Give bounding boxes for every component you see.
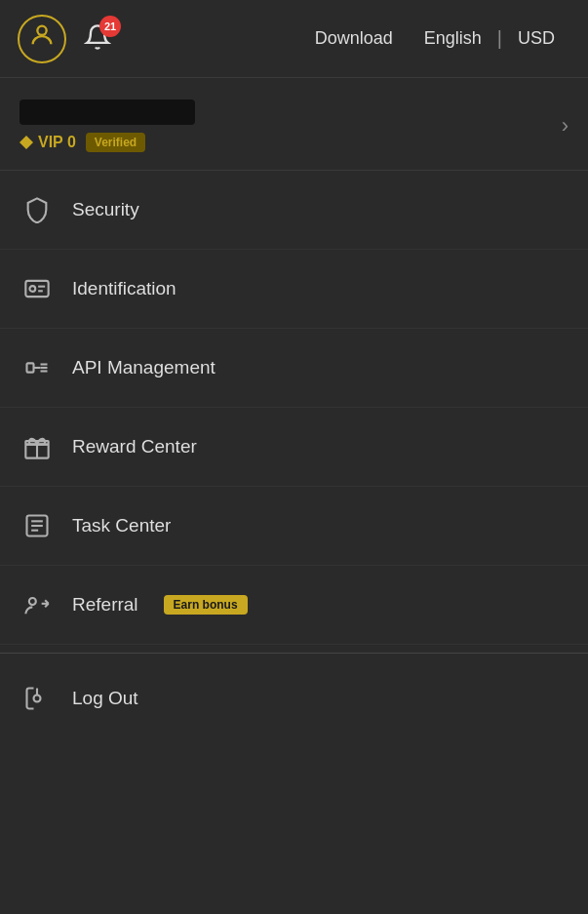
user-profile-chevron[interactable]: › <box>562 113 568 139</box>
identification-label: Identification <box>72 278 176 299</box>
currency-selector[interactable]: USD <box>502 28 570 49</box>
task-center-label: Task Center <box>72 515 171 536</box>
user-info: VIP 0 Verified <box>20 99 195 152</box>
referral-label: Referral <box>72 594 138 616</box>
menu-list: Security Identification API Management <box>0 171 588 645</box>
svg-point-16 <box>29 598 36 605</box>
sidebar-item-referral[interactable]: Referral Earn bonus <box>0 566 588 645</box>
api-icon <box>20 350 55 385</box>
vip-row: VIP 0 Verified <box>20 133 195 152</box>
svg-point-0 <box>37 26 46 35</box>
header: 21 Download English | USD <box>0 0 588 78</box>
sidebar-item-task-center[interactable]: Task Center <box>0 487 588 566</box>
sidebar-item-identification[interactable]: Identification <box>0 250 588 329</box>
reward-icon <box>20 429 55 464</box>
svg-point-2 <box>29 286 35 292</box>
svg-rect-5 <box>27 363 34 372</box>
verified-badge: Verified <box>86 133 145 152</box>
username-masked <box>20 99 195 125</box>
avatar[interactable] <box>18 15 66 63</box>
vip-diamond-icon <box>20 136 33 149</box>
logout-section: Log Out <box>0 653 588 743</box>
logout-label: Log Out <box>72 688 138 709</box>
language-selector[interactable]: English <box>409 28 497 49</box>
logout-icon <box>20 681 55 716</box>
reward-center-label: Reward Center <box>72 436 197 457</box>
sidebar-item-api-management[interactable]: API Management <box>0 329 588 408</box>
download-link[interactable]: Download <box>299 28 409 49</box>
task-icon <box>20 508 55 543</box>
header-nav: Download English | USD <box>299 27 570 50</box>
security-label: Security <box>72 199 139 220</box>
sidebar-item-security[interactable]: Security <box>0 171 588 250</box>
shield-icon <box>20 192 55 227</box>
user-section[interactable]: VIP 0 Verified › <box>0 78 588 171</box>
sidebar-item-reward-center[interactable]: Reward Center <box>0 408 588 487</box>
notification-bell[interactable]: 21 <box>84 23 111 55</box>
vip-label: VIP 0 <box>20 134 76 151</box>
notification-count: 21 <box>99 16 121 37</box>
logout-button[interactable]: Log Out <box>0 654 588 743</box>
svg-point-20 <box>34 695 41 702</box>
earn-bonus-badge: Earn bonus <box>164 595 248 615</box>
user-icon <box>28 21 56 56</box>
id-card-icon <box>20 271 55 306</box>
api-management-label: API Management <box>72 357 216 378</box>
referral-icon <box>20 587 55 622</box>
